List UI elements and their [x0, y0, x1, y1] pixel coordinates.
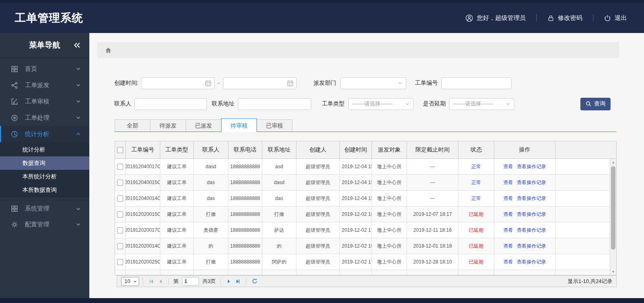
divider [220, 278, 221, 285]
sidebar-subitem-1[interactable]: 数据查询 [0, 156, 89, 170]
divider [246, 278, 246, 285]
row-filler [555, 238, 616, 254]
cell-creator: 超级管理员 [297, 222, 340, 238]
collapse-sidebar-icon[interactable] [73, 41, 81, 49]
cell-actions: 查看 查看操作记录 [494, 238, 555, 254]
column-header-0[interactable]: 工单编号 [126, 141, 160, 158]
cell-order_no: 201912040014C [126, 191, 160, 206]
row-checkbox[interactable] [117, 195, 123, 202]
sidebar-item-6[interactable]: 配置管理 [0, 216, 89, 233]
cell-order_no: 201912020015C [126, 206, 160, 222]
refresh-icon[interactable] [250, 277, 259, 286]
view-log-link[interactable]: 查看操作记录 [517, 195, 546, 202]
column-header-9[interactable]: 状态 [458, 141, 494, 158]
scrollbar-thumb[interactable] [611, 166, 615, 250]
process-icon [11, 114, 19, 121]
sidebar-subitem-3[interactable]: 本所数据查询 [0, 183, 89, 197]
pie-icon [11, 131, 19, 138]
sidebar-item-2[interactable]: 工单审核 [0, 93, 89, 110]
vertical-scrollbar[interactable]: ▲ ▼ [610, 159, 616, 275]
home-icon[interactable] [105, 47, 112, 54]
sidebar-item-4[interactable]: 统计分析 [0, 126, 89, 142]
cell-contact: 打撒 [194, 254, 228, 270]
cell-address: 萨达 [262, 222, 297, 238]
column-header-5[interactable]: 创建人 [297, 141, 340, 158]
column-header-1[interactable]: 工单类型 [160, 141, 194, 158]
view-link[interactable]: 查看 [503, 211, 513, 218]
cell-order_type: 建议工单 [160, 222, 194, 238]
contact-input[interactable] [134, 98, 207, 110]
tab-3[interactable]: 待审核 [221, 119, 257, 132]
create-time-from-input[interactable] [141, 77, 215, 89]
breadcrumb [97, 42, 619, 58]
view-link[interactable]: 查看 [503, 163, 513, 170]
order-no-input[interactable] [441, 77, 511, 89]
cell-dispatch_target: 墩上中心所 [372, 254, 407, 270]
status-badge: 已延期 [458, 238, 494, 254]
edit-icon [11, 98, 19, 105]
first-page-icon[interactable] [147, 277, 156, 286]
page-size-select[interactable]: 10 [121, 277, 139, 286]
view-log-link[interactable]: 查看操作记录 [517, 227, 546, 234]
tab-2[interactable]: 已派发 [186, 119, 221, 132]
row-checkbox[interactable] [117, 275, 123, 275]
cell-deadline: 2019-12-28 18:10 [407, 254, 458, 270]
prev-page-icon[interactable] [156, 277, 165, 286]
view-log-link[interactable]: 查看操作记录 [517, 211, 546, 218]
is-delayed-select[interactable]: -------请选择------- [449, 98, 514, 110]
change-password-button[interactable]: 修改密码 [547, 14, 582, 22]
sidebar-item-5[interactable]: 系统管理 [0, 200, 89, 216]
row-checkbox[interactable] [117, 211, 123, 217]
sidebar-item-3[interactable]: 工单处理 [0, 110, 89, 126]
order-type-select[interactable]: -------请选择------- [348, 98, 414, 110]
view-log-link[interactable]: 查看操作记录 [517, 179, 546, 186]
row-checkbox[interactable] [117, 227, 123, 233]
row-checkbox[interactable] [117, 164, 123, 170]
sidebar-subitem-0[interactable]: 统计分析 [0, 143, 89, 156]
search-icon [586, 101, 591, 107]
view-link[interactable]: 查看 [503, 227, 513, 234]
select-all-checkbox[interactable] [117, 147, 123, 153]
scroll-up-icon[interactable]: ▲ [610, 159, 616, 165]
tab-4[interactable]: 已审核 [257, 119, 292, 132]
scroll-down-icon[interactable]: ▼ [610, 268, 616, 275]
dispatch-dept-select[interactable] [340, 77, 406, 89]
column-header-3[interactable]: 联系电话 [228, 141, 262, 158]
divider [536, 14, 537, 22]
last-page-icon[interactable] [233, 277, 242, 286]
page-number-input[interactable] [182, 277, 199, 285]
cell-address: 打撒 [262, 206, 297, 222]
view-link[interactable]: 查看 [503, 259, 513, 266]
tab-0[interactable]: 全部 [115, 119, 150, 132]
row-checkbox[interactable] [117, 259, 123, 265]
column-header-2[interactable]: 联系人 [194, 141, 228, 158]
view-log-link[interactable]: 查看操作记录 [517, 243, 546, 250]
address-input[interactable] [238, 98, 311, 110]
logout-button[interactable]: 退出 [604, 14, 627, 22]
next-page-icon[interactable] [224, 277, 233, 286]
sidebar-item-0[interactable]: 首页 [0, 61, 89, 77]
column-header-10[interactable]: 操作 [494, 141, 555, 158]
column-header-6[interactable]: 创建时间 [340, 141, 372, 158]
chevron-down-icon [398, 81, 403, 86]
tab-1[interactable]: 待派发 [150, 119, 186, 132]
cell-phone: 18888888888 [228, 238, 262, 254]
sidebar-subitem-2[interactable]: 本所统计分析 [0, 170, 89, 183]
row-checkbox[interactable] [117, 180, 123, 186]
view-log-link[interactable]: 查看操作记录 [517, 163, 546, 170]
column-header-8[interactable]: 限定截止时间 [407, 141, 458, 158]
view-link[interactable]: 查看 [503, 179, 513, 186]
user-greeting[interactable]: 您好，超级管理员 [465, 14, 526, 22]
create-time-to-input[interactable] [223, 77, 297, 89]
view-link[interactable]: 查看 [503, 243, 513, 250]
sidebar-item-1[interactable]: 工单派发 [0, 77, 89, 93]
row-checkbox[interactable] [117, 243, 123, 249]
gear-icon [11, 221, 19, 228]
search-button[interactable]: 查询 [580, 98, 611, 110]
divider [168, 278, 169, 285]
column-header-7[interactable]: 派发对象 [372, 141, 407, 158]
view-link[interactable]: 查看 [503, 195, 513, 202]
column-header-4[interactable]: 联系地址 [262, 141, 297, 158]
view-log-link[interactable]: 查看操作记录 [517, 259, 546, 266]
grid-icon [11, 205, 19, 212]
